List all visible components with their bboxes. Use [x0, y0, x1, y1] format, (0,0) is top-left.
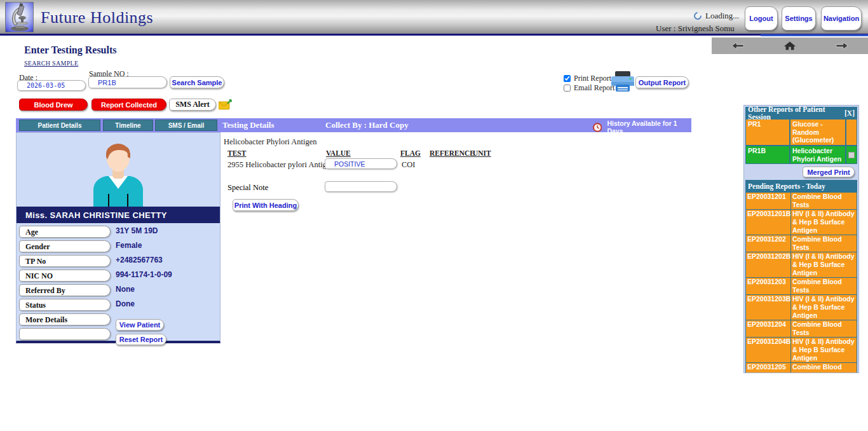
- pending-report-id[interactable]: EP20031205: [746, 363, 790, 373]
- pending-report-name[interactable]: Combine Blood Tests: [791, 278, 857, 294]
- test-value-input[interactable]: [325, 158, 397, 169]
- print-report-label: Print Report: [574, 74, 611, 83]
- column-header-flag: FLAG: [400, 149, 421, 157]
- output-report-button[interactable]: Output Report: [635, 76, 689, 88]
- merge-checkbox[interactable]: [848, 152, 855, 158]
- other-report-name[interactable]: Glucose - Random (Glucometer): [790, 120, 845, 145]
- email-report-checkbox[interactable]: [564, 85, 571, 92]
- pending-report-name[interactable]: Combine Blood Tests: [791, 320, 857, 337]
- patient-field-label: Age: [19, 226, 111, 238]
- page-title: Enter Testing Results: [24, 44, 117, 56]
- logout-button[interactable]: Logout: [745, 6, 778, 31]
- pending-report-name[interactable]: HIV (I & II) Antibody & Hep B Surface An…: [791, 210, 857, 235]
- printer-icon[interactable]: [611, 71, 635, 92]
- date-input[interactable]: [17, 80, 86, 91]
- pending-report-row: EP20031201B HIV (I & II) Antibody & Hep …: [746, 210, 857, 235]
- history-availability: History Available for 1 Days: [593, 120, 691, 135]
- patient-panel: Miss. SARAH CHRISTINE CHETTY Age 31Y 5M …: [16, 132, 220, 343]
- pending-report-name[interactable]: Combine Blood Tests: [791, 235, 857, 252]
- pending-report-id[interactable]: EP20031201B: [746, 210, 790, 235]
- patient-field-value: None: [116, 285, 135, 294]
- print-with-heading-button[interactable]: Print With Heading: [233, 199, 299, 211]
- pending-report-id[interactable]: EP20031204: [746, 320, 790, 337]
- patient-field-row: Age 31Y 5M 19D: [17, 225, 220, 240]
- pending-report-row: EP20031202B HIV (I & II) Antibody & Hep …: [746, 252, 857, 277]
- patient-field-value: Done: [116, 299, 135, 308]
- sample-no-input[interactable]: [88, 76, 167, 88]
- browser-nav-bar: [712, 38, 868, 54]
- other-report-id[interactable]: PR1B: [746, 146, 789, 163]
- loading-ring-icon: [693, 11, 703, 22]
- pending-report-id[interactable]: EP20031202: [746, 235, 790, 252]
- other-reports-table: PR1 Glucose - Random (Glucometer) PR1B H…: [745, 119, 857, 164]
- test-row-flag: COI: [402, 160, 416, 170]
- page-bottom-whitespace: [0, 357, 868, 431]
- merged-print-button[interactable]: Merged Print: [803, 167, 855, 177]
- patient-field-value: Female: [116, 241, 142, 250]
- mail-send-icon[interactable]: [219, 99, 232, 110]
- test-row-name: 2955 Helicobacter pylori Antigen: [227, 160, 334, 170]
- column-header-reference: REFERENCE: [430, 149, 475, 157]
- tab-timeline[interactable]: Timeline: [103, 120, 153, 131]
- patient-field-label: Status: [19, 299, 111, 311]
- pending-reports-header: Pending Reports - Today: [745, 180, 857, 192]
- other-reports-header: Other Reports of Patient Session [X]: [745, 107, 857, 119]
- blood-drew-button[interactable]: Blood Drew: [19, 99, 88, 111]
- pending-report-name[interactable]: HIV (I & II) Antibody & Hep B Surface An…: [791, 338, 857, 362]
- settings-button[interactable]: Settings: [782, 6, 816, 31]
- special-note-input[interactable]: [325, 181, 397, 192]
- close-icon[interactable]: [X]: [844, 109, 855, 117]
- pending-report-id[interactable]: EP20031204B: [746, 338, 790, 362]
- view-patient-button[interactable]: View Patient: [116, 319, 164, 331]
- collect-by-label: Collect By : Hard Copy: [325, 120, 409, 130]
- pending-report-row: EP20031203 Combine Blood Tests: [746, 278, 857, 294]
- print-report-checkbox[interactable]: [564, 75, 571, 82]
- pending-report-name[interactable]: HIV (I & II) Antibody & Hep B Surface An…: [791, 252, 857, 277]
- microscope-icon: [6, 3, 34, 33]
- home-icon[interactable]: [783, 41, 797, 51]
- other-report-row: PR1B Helicobacter Phylori Antigen: [746, 146, 857, 163]
- search-sample-button[interactable]: Search Sample: [170, 76, 224, 88]
- forward-arrow-icon[interactable]: [835, 41, 849, 51]
- section-title: Testing Details: [222, 120, 275, 130]
- pending-report-name[interactable]: Combine Blood Tests: [791, 193, 857, 209]
- tab-patient-details[interactable]: Patient Details: [19, 120, 100, 131]
- other-reports-title: Other Reports of Patient Session: [748, 106, 844, 121]
- patient-field-label: Referred By: [19, 284, 111, 296]
- pending-report-name[interactable]: HIV (I & II) Antibody & Hep B Surface An…: [791, 295, 857, 320]
- history-note-text: History Available for 1 Days: [607, 120, 691, 135]
- print-report-option: Print Report: [564, 74, 611, 83]
- patient-field-value: +2482567763: [116, 256, 163, 264]
- sms-alert-button[interactable]: SMS Alert: [169, 99, 216, 111]
- page-root: Future Holdings Loading... User : Srivig…: [0, 0, 868, 431]
- column-header-value: VALUE: [326, 149, 351, 157]
- patient-field-label: TP No: [19, 255, 111, 267]
- patient-field-value: 31Y 5M 19D: [116, 226, 158, 235]
- navigation-button[interactable]: Navigation: [821, 6, 862, 31]
- tab-sms-email[interactable]: SMS / Email: [155, 120, 217, 131]
- patient-avatar: [17, 133, 220, 207]
- search-sample-link[interactable]: SEARCH SAMPLE: [24, 60, 78, 67]
- reset-report-button[interactable]: Reset Report: [116, 334, 166, 345]
- current-user-label: User : Srivignesh Somu: [656, 24, 735, 34]
- other-report-checkbox-cell: [846, 146, 857, 163]
- pending-report-name[interactable]: Combine Blood Tests: [791, 363, 857, 373]
- header-accent-underline: [761, 34, 868, 36]
- back-arrow-icon[interactable]: [731, 41, 745, 51]
- column-header-unit: UNIT: [473, 149, 491, 157]
- other-report-row: PR1 Glucose - Random (Glucometer): [746, 120, 857, 145]
- pending-report-id[interactable]: EP20031203B: [746, 295, 790, 320]
- pending-report-id[interactable]: EP20031203: [746, 278, 790, 294]
- pending-report-id[interactable]: EP20031202B: [746, 252, 790, 277]
- pending-report-id[interactable]: EP20031201: [746, 193, 790, 209]
- patient-field-row: Status Done: [17, 298, 220, 313]
- pending-report-row: EP20031205 Combine Blood Tests: [746, 363, 857, 373]
- pending-report-row: EP20031204 Combine Blood Tests: [746, 320, 857, 337]
- report-collected-button[interactable]: Report Collected: [92, 99, 166, 111]
- special-note-label: Special Note: [227, 183, 268, 193]
- patient-field-label: Gender: [19, 240, 111, 252]
- testing-tab-bar: Patient Details Timeline SMS / Email Tes…: [16, 118, 691, 132]
- other-report-name[interactable]: Helicobacter Phylori Antigen: [790, 146, 845, 163]
- other-report-id[interactable]: PR1: [746, 120, 789, 145]
- person-avatar-icon: [79, 140, 157, 207]
